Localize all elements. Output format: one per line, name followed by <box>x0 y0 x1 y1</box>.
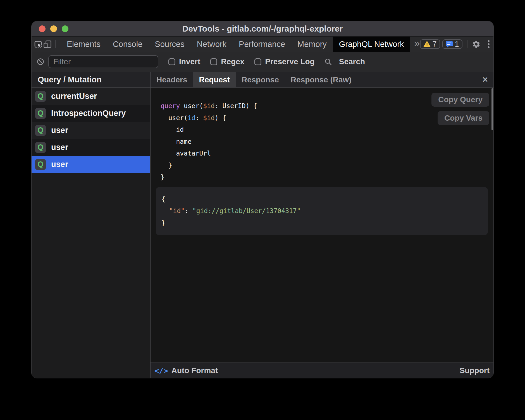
request-item-introspectionquery[interactable]: QIntrospectionQuery <box>32 105 150 122</box>
variables-box: { "id": "gid://gitlab/User/13704317"} <box>156 187 488 235</box>
detail-tab-response-raw[interactable]: Response (Raw) <box>285 72 357 87</box>
chat-bubble-icon <box>446 41 453 48</box>
support-link[interactable]: Support <box>460 366 490 375</box>
search-icon <box>324 58 332 66</box>
code-token: } <box>161 162 172 169</box>
search-toggle[interactable]: Search <box>324 57 365 66</box>
warnings-badge[interactable]: 7 <box>420 39 440 49</box>
code-format-icon: </> <box>154 366 168 375</box>
panel-footer: </> Auto Format Support <box>151 362 493 378</box>
maximize-window-button[interactable] <box>62 25 68 32</box>
code-line: avatarUrl <box>161 147 493 159</box>
code-line: } <box>161 171 493 183</box>
screen: DevTools - gitlab.com/-/graphql-explorer… <box>0 0 525 420</box>
checkbox-group-preserve-log: Preserve Log <box>254 57 314 66</box>
tab-performance[interactable]: Performance <box>233 37 291 52</box>
code-token <box>161 207 169 214</box>
tab-graphql-network[interactable]: GraphQL Network <box>333 37 410 52</box>
settings-gear-icon[interactable] <box>472 40 481 49</box>
request-item-user[interactable]: Quser <box>32 139 150 156</box>
toolbar-separator <box>55 40 56 48</box>
warning-triangle-icon <box>423 41 431 47</box>
warning-count: 7 <box>433 40 437 49</box>
copy-query-button[interactable]: Copy Query <box>431 93 489 107</box>
request-sidebar: Query / Mutation QcurrentUserQIntrospect… <box>32 72 150 378</box>
messages-badge[interactable]: 1 <box>442 39 462 49</box>
window-title: DevTools - gitlab.com/-/graphql-explorer <box>182 24 343 34</box>
checkbox-invert[interactable] <box>168 58 175 65</box>
more-tabs-button[interactable]: » <box>414 38 420 49</box>
code-token: $id <box>203 114 215 121</box>
panel-tabs: ElementsConsoleSourcesNetworkPerformance… <box>61 37 410 52</box>
query-type-badge: Q <box>35 91 46 102</box>
kebab-menu-icon[interactable] <box>487 40 490 49</box>
code-line: name <box>161 136 493 148</box>
device-toolbar-icon[interactable] <box>43 37 52 52</box>
scrollbar-thumb[interactable] <box>491 88 493 130</box>
checkbox-group-invert: Invert <box>168 57 200 66</box>
request-item-user[interactable]: Quser <box>32 122 150 139</box>
tab-elements[interactable]: Elements <box>61 37 107 52</box>
checkbox-regex[interactable] <box>210 58 217 65</box>
devtools-toolbar: ElementsConsoleSourcesNetworkPerformance… <box>32 36 493 52</box>
code-token: } <box>161 173 164 181</box>
code-line: "id": "gid://gitlab/User/13704317" <box>161 205 488 217</box>
close-panel-button[interactable]: ✕ <box>482 72 488 87</box>
request-item-label: currentUser <box>51 92 97 101</box>
code-token: ) { <box>215 114 226 121</box>
filter-bar: InvertRegexPreserve Log Search <box>32 52 493 72</box>
code-token: : UserID) { <box>215 102 257 109</box>
filter-input[interactable] <box>48 55 158 68</box>
code-token: user( <box>180 102 203 109</box>
query-type-badge: Q <box>35 125 46 136</box>
request-detail-panel: HeadersRequestResponseResponse (Raw) ✕ q… <box>151 72 493 378</box>
detail-tab-response[interactable]: Response <box>236 72 285 87</box>
inspect-element-icon[interactable] <box>34 37 43 52</box>
checkbox-label-preserve-log: Preserve Log <box>265 57 314 66</box>
code-token: : <box>185 207 192 214</box>
titlebar: DevTools - gitlab.com/-/graphql-explorer <box>32 21 493 36</box>
request-list: QcurrentUserQIntrospectionQueryQuserQuse… <box>32 88 150 173</box>
auto-format-button[interactable]: Auto Format <box>171 366 218 375</box>
minimize-window-button[interactable] <box>50 25 57 32</box>
message-count: 1 <box>455 40 459 49</box>
code-token: user( <box>161 114 188 121</box>
query-type-badge: Q <box>35 142 46 153</box>
code-line: id <box>161 124 493 136</box>
request-item-label: user <box>51 126 68 135</box>
request-item-label: IntrospectionQuery <box>51 109 126 118</box>
checkbox-label-regex: Regex <box>221 57 244 66</box>
copy-vars-button[interactable]: Copy Vars <box>438 111 489 125</box>
detail-tabs-bar: HeadersRequestResponseResponse (Raw) ✕ <box>151 72 493 88</box>
graphql-variables-code: { "id": "gid://gitlab/User/13704317"} <box>161 193 488 229</box>
detail-tabs: HeadersRequestResponseResponse (Raw) <box>151 72 357 87</box>
tab-sources[interactable]: Sources <box>149 37 190 52</box>
filter-checkboxes: InvertRegexPreserve Log <box>158 57 315 66</box>
search-label: Search <box>339 57 365 66</box>
sidebar-header: Query / Mutation <box>32 72 150 88</box>
request-item-currentuser[interactable]: QcurrentUser <box>32 88 150 105</box>
detail-tab-request[interactable]: Request <box>193 72 236 87</box>
code-token: "id" <box>169 207 185 214</box>
toolbar-right-separator <box>467 40 467 48</box>
code-token: : <box>195 114 203 121</box>
checkbox-group-regex: Regex <box>210 57 244 66</box>
detail-tab-headers[interactable]: Headers <box>151 72 193 87</box>
code-token: { <box>161 195 165 203</box>
code-token: "gid://gitlab/User/13704317" <box>192 207 301 214</box>
tab-console[interactable]: Console <box>107 37 149 52</box>
content-area: Query / Mutation QcurrentUserQIntrospect… <box>32 72 493 378</box>
tab-memory[interactable]: Memory <box>291 37 333 52</box>
request-item-user[interactable]: Quser <box>32 156 150 173</box>
traffic-lights <box>39 21 68 36</box>
request-item-label: user <box>51 160 68 169</box>
clear-block-icon[interactable] <box>37 58 44 66</box>
code-line: } <box>161 159 493 171</box>
query-type-badge: Q <box>35 108 46 119</box>
toolbar-right-cluster: 7 1 <box>420 39 490 49</box>
code-line: { <box>161 193 488 205</box>
tab-network[interactable]: Network <box>191 37 233 52</box>
close-window-button[interactable] <box>39 25 46 32</box>
checkbox-label-invert: Invert <box>179 57 200 66</box>
checkbox-preserve-log[interactable] <box>254 58 261 65</box>
